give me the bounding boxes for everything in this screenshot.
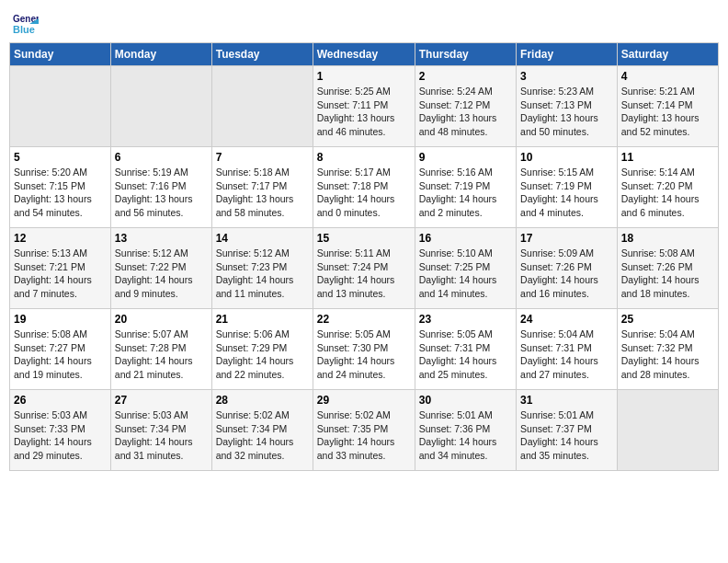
weekday-header-row: SundayMondayTuesdayWednesdayThursdayFrid… — [10, 43, 719, 66]
calendar-cell: 22Sunrise: 5:05 AMSunset: 7:30 PMDayligh… — [313, 309, 415, 390]
day-number: 2 — [419, 70, 512, 83]
calendar-week-row: 19Sunrise: 5:08 AMSunset: 7:27 PMDayligh… — [10, 309, 719, 390]
day-info: Sunrise: 5:19 AMSunset: 7:16 PMDaylight:… — [115, 166, 208, 220]
day-number: 5 — [14, 151, 107, 164]
day-number: 30 — [419, 394, 512, 407]
day-number: 28 — [216, 394, 309, 407]
day-info: Sunrise: 5:13 AMSunset: 7:21 PMDaylight:… — [14, 247, 107, 301]
calendar-cell: 5Sunrise: 5:20 AMSunset: 7:15 PMDaylight… — [10, 147, 111, 228]
day-number: 17 — [520, 232, 613, 245]
day-number: 10 — [520, 151, 613, 164]
page-header: General Blue — [9, 9, 719, 35]
day-number: 14 — [216, 232, 309, 245]
day-info: Sunrise: 5:10 AMSunset: 7:25 PMDaylight:… — [419, 247, 512, 301]
weekday-header-monday: Monday — [110, 43, 211, 66]
day-info: Sunrise: 5:12 AMSunset: 7:23 PMDaylight:… — [216, 247, 309, 301]
weekday-header-wednesday: Wednesday — [313, 43, 415, 66]
day-number: 7 — [216, 151, 309, 164]
calendar-cell: 3Sunrise: 5:23 AMSunset: 7:13 PMDaylight… — [517, 66, 618, 147]
calendar-cell: 1Sunrise: 5:25 AMSunset: 7:11 PMDaylight… — [313, 66, 415, 147]
day-number: 26 — [14, 394, 107, 407]
logo-icon: General Blue — [13, 9, 39, 35]
weekday-header-thursday: Thursday — [415, 43, 516, 66]
day-number: 29 — [317, 394, 411, 407]
calendar-cell: 18Sunrise: 5:08 AMSunset: 7:26 PMDayligh… — [617, 228, 718, 309]
calendar-table: SundayMondayTuesdayWednesdayThursdayFrid… — [9, 42, 719, 471]
day-info: Sunrise: 5:14 AMSunset: 7:20 PMDaylight:… — [621, 166, 714, 220]
calendar-week-row: 1Sunrise: 5:25 AMSunset: 7:11 PMDaylight… — [10, 66, 719, 147]
day-info: Sunrise: 5:05 AMSunset: 7:30 PMDaylight:… — [317, 327, 411, 382]
day-info: Sunrise: 5:25 AMSunset: 7:11 PMDaylight:… — [317, 85, 411, 139]
day-number: 4 — [621, 70, 714, 83]
calendar-cell: 7Sunrise: 5:18 AMSunset: 7:17 PMDaylight… — [211, 147, 313, 228]
day-number: 12 — [14, 232, 107, 245]
calendar-cell: 23Sunrise: 5:05 AMSunset: 7:31 PMDayligh… — [415, 309, 516, 390]
calendar-cell: 17Sunrise: 5:09 AMSunset: 7:26 PMDayligh… — [517, 228, 618, 309]
day-info: Sunrise: 5:21 AMSunset: 7:14 PMDaylight:… — [621, 85, 714, 139]
day-number: 20 — [115, 313, 208, 326]
calendar-cell: 21Sunrise: 5:06 AMSunset: 7:29 PMDayligh… — [211, 309, 313, 390]
day-info: Sunrise: 5:24 AMSunset: 7:12 PMDaylight:… — [419, 85, 512, 139]
day-info: Sunrise: 5:04 AMSunset: 7:32 PMDaylight:… — [621, 327, 714, 382]
day-number: 9 — [419, 151, 512, 164]
calendar-cell: 12Sunrise: 5:13 AMSunset: 7:21 PMDayligh… — [10, 228, 111, 309]
calendar-cell: 9Sunrise: 5:16 AMSunset: 7:19 PMDaylight… — [415, 147, 516, 228]
calendar-cell: 10Sunrise: 5:15 AMSunset: 7:19 PMDayligh… — [517, 147, 618, 228]
calendar-cell — [617, 390, 718, 471]
day-info: Sunrise: 5:02 AMSunset: 7:34 PMDaylight:… — [216, 408, 309, 463]
day-number: 13 — [115, 232, 208, 245]
svg-text:Blue: Blue — [13, 24, 35, 35]
calendar-cell: 30Sunrise: 5:01 AMSunset: 7:36 PMDayligh… — [415, 390, 516, 471]
day-number: 16 — [419, 232, 512, 245]
day-info: Sunrise: 5:20 AMSunset: 7:15 PMDaylight:… — [14, 166, 107, 220]
day-number: 24 — [520, 313, 613, 326]
day-info: Sunrise: 5:23 AMSunset: 7:13 PMDaylight:… — [520, 85, 613, 139]
calendar-cell: 19Sunrise: 5:08 AMSunset: 7:27 PMDayligh… — [10, 309, 111, 390]
calendar-cell: 15Sunrise: 5:11 AMSunset: 7:24 PMDayligh… — [313, 228, 415, 309]
calendar-cell: 4Sunrise: 5:21 AMSunset: 7:14 PMDaylight… — [617, 66, 718, 147]
day-info: Sunrise: 5:07 AMSunset: 7:28 PMDaylight:… — [115, 327, 208, 382]
day-number: 19 — [14, 313, 107, 326]
day-number: 25 — [621, 313, 714, 326]
calendar-cell: 27Sunrise: 5:03 AMSunset: 7:34 PMDayligh… — [110, 390, 211, 471]
weekday-header-saturday: Saturday — [617, 43, 718, 66]
day-number: 27 — [115, 394, 208, 407]
calendar-cell: 13Sunrise: 5:12 AMSunset: 7:22 PMDayligh… — [110, 228, 211, 309]
day-info: Sunrise: 5:06 AMSunset: 7:29 PMDaylight:… — [216, 327, 309, 382]
day-info: Sunrise: 5:15 AMSunset: 7:19 PMDaylight:… — [520, 166, 613, 220]
day-number: 1 — [317, 70, 411, 83]
weekday-header-sunday: Sunday — [10, 43, 111, 66]
weekday-header-friday: Friday — [517, 43, 618, 66]
day-info: Sunrise: 5:18 AMSunset: 7:17 PMDaylight:… — [216, 166, 309, 220]
day-info: Sunrise: 5:09 AMSunset: 7:26 PMDaylight:… — [520, 247, 613, 301]
day-number: 21 — [216, 313, 309, 326]
day-number: 15 — [317, 232, 411, 245]
day-info: Sunrise: 5:17 AMSunset: 7:18 PMDaylight:… — [317, 166, 411, 220]
day-number: 22 — [317, 313, 411, 326]
day-info: Sunrise: 5:08 AMSunset: 7:26 PMDaylight:… — [621, 247, 714, 301]
day-number: 31 — [520, 394, 613, 407]
logo: General Blue — [13, 9, 42, 35]
calendar-cell: 25Sunrise: 5:04 AMSunset: 7:32 PMDayligh… — [617, 309, 718, 390]
calendar-week-row: 26Sunrise: 5:03 AMSunset: 7:33 PMDayligh… — [10, 390, 719, 471]
calendar-cell — [110, 66, 211, 147]
day-number: 3 — [520, 70, 613, 83]
calendar-cell: 26Sunrise: 5:03 AMSunset: 7:33 PMDayligh… — [10, 390, 111, 471]
day-info: Sunrise: 5:05 AMSunset: 7:31 PMDaylight:… — [419, 327, 512, 382]
calendar-cell: 6Sunrise: 5:19 AMSunset: 7:16 PMDaylight… — [110, 147, 211, 228]
calendar-cell: 31Sunrise: 5:01 AMSunset: 7:37 PMDayligh… — [517, 390, 618, 471]
day-number: 6 — [115, 151, 208, 164]
day-number: 8 — [317, 151, 411, 164]
day-number: 23 — [419, 313, 512, 326]
weekday-header-tuesday: Tuesday — [211, 43, 313, 66]
calendar-cell: 16Sunrise: 5:10 AMSunset: 7:25 PMDayligh… — [415, 228, 516, 309]
day-info: Sunrise: 5:01 AMSunset: 7:36 PMDaylight:… — [419, 408, 512, 463]
calendar-cell: 8Sunrise: 5:17 AMSunset: 7:18 PMDaylight… — [313, 147, 415, 228]
calendar-cell: 20Sunrise: 5:07 AMSunset: 7:28 PMDayligh… — [110, 309, 211, 390]
day-info: Sunrise: 5:16 AMSunset: 7:19 PMDaylight:… — [419, 166, 512, 220]
day-info: Sunrise: 5:08 AMSunset: 7:27 PMDaylight:… — [14, 327, 107, 382]
calendar-cell: 24Sunrise: 5:04 AMSunset: 7:31 PMDayligh… — [517, 309, 618, 390]
day-info: Sunrise: 5:03 AMSunset: 7:34 PMDaylight:… — [115, 408, 208, 463]
calendar-cell: 2Sunrise: 5:24 AMSunset: 7:12 PMDaylight… — [415, 66, 516, 147]
calendar-cell: 29Sunrise: 5:02 AMSunset: 7:35 PMDayligh… — [313, 390, 415, 471]
